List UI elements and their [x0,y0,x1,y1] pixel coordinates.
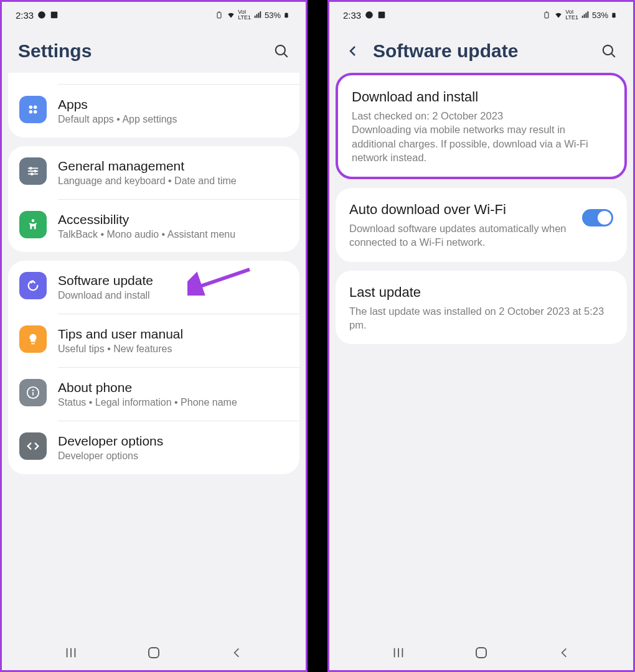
battery-icon [283,11,292,19]
download-sub: Last checked on: 2 October 2023 Download… [352,109,611,164]
search-button[interactable] [601,43,617,59]
status-time: 2:33 [16,10,34,21]
card-download-install: Download and install Last checked on: 2 … [336,73,627,179]
about-sub: Status • Legal information • Phone name [58,396,288,409]
svg-rect-38 [476,648,486,658]
svg-line-34 [611,54,614,57]
tips-sub: Useful tips • New features [58,343,288,356]
wifi-icon [227,11,235,19]
svg-point-27 [365,11,373,19]
svg-rect-26 [149,648,159,658]
software-update-header: Software update [329,27,633,73]
back-button[interactable] [227,643,246,662]
accessibility-sub: TalkBack • Mono audio • Assistant menu [58,228,288,241]
svg-point-21 [32,390,34,391]
status-bar: 2:33 VoILTE1 53% [2,2,306,27]
battery-percent: 53% [592,11,608,20]
wifi-icon [554,11,563,19]
apps-sub: Default apps • App settings [58,113,288,126]
software-update-icon [19,272,47,299]
svg-point-16 [34,170,37,173]
back-button[interactable] [346,44,360,58]
svg-rect-32 [613,15,616,17]
auto-sub: Download software updates automatically … [349,222,575,250]
back-button[interactable] [555,643,573,662]
svg-rect-5 [285,15,288,17]
accessibility-icon [19,211,47,238]
svg-point-6 [276,45,285,55]
row-general[interactable]: General management Language and keyboard… [8,146,299,199]
info-icon [19,379,47,406]
row-download-install[interactable]: Download and install Last checked on: 2 … [338,75,624,177]
svg-point-17 [31,172,34,175]
dev-sub: Developer options [58,450,288,463]
svg-rect-29 [545,12,548,18]
auto-download-toggle[interactable] [582,209,613,226]
card-auto-download: Auto download over Wi-Fi Download softwa… [336,188,627,262]
status-bar: 2:33 VoILTE1 53% [329,2,633,27]
nav-bar [329,635,633,670]
row-about[interactable]: About phone Status • Legal information •… [8,368,299,421]
svg-point-8 [29,106,33,110]
phone-software-update: 2:33 VoILTE1 53% Software update Downloa… [327,0,635,672]
settings-sliders-icon [19,157,47,185]
home-button[interactable] [472,643,491,662]
card-partial: Apps Default apps • App settings [8,73,299,138]
chat-icon [37,11,46,19]
general-sub: Language and keyboard • Date and time [58,175,288,188]
tips-title: Tips and user manual [58,327,288,342]
chat-icon [365,11,374,19]
settings-header: Settings [2,27,306,73]
apps-title: Apps [58,97,288,112]
svg-point-18 [32,219,35,222]
row-last-update[interactable]: Last update The last update was installe… [336,271,627,345]
accessibility-title: Accessibility [58,212,288,227]
svg-point-0 [38,11,45,19]
page-title: Software update [373,40,601,62]
signal-icon [253,11,262,19]
auto-title: Auto download over Wi-Fi [349,202,575,218]
page-title: Settings [18,40,273,62]
last-sub: The last update was installed on 2 Octob… [349,304,613,332]
image-icon [50,11,59,19]
card-general: General management Language and keyboard… [8,146,299,253]
lightbulb-icon [19,325,47,353]
svg-line-19 [195,269,250,288]
row-accessibility[interactable]: Accessibility TalkBack • Mono audio • As… [8,200,299,253]
lte-label: VoILTE1 [238,9,251,21]
home-button[interactable] [144,643,163,662]
svg-rect-2 [217,12,221,18]
svg-line-7 [284,54,287,57]
svg-point-33 [603,45,613,55]
row-auto-download[interactable]: Auto download over Wi-Fi Download softwa… [336,188,627,262]
last-title: Last update [349,284,613,301]
lte-label: VoILTE1 [565,9,578,21]
svg-point-10 [29,110,33,114]
apps-icon [19,96,47,123]
svg-rect-22 [32,392,34,396]
row-tips[interactable]: Tips and user manual Useful tips • New f… [8,314,299,367]
code-icon [19,432,47,460]
download-title: Download and install [352,89,611,105]
recents-button[interactable] [62,643,80,662]
svg-point-15 [29,167,32,170]
svg-point-11 [34,110,37,114]
arrow-annotation [187,264,256,296]
status-time: 2:33 [343,10,361,21]
battery-icon [611,11,619,19]
card-last-update: Last update The last update was installe… [336,271,627,345]
phone-settings: 2:33 VoILTE1 53% Settings Apps D [0,0,308,672]
signal-icon [581,11,590,19]
recents-button[interactable] [389,643,408,662]
row-developer[interactable]: Developer options Developer options [8,421,299,474]
card-software: Software update Download and install Tip… [8,261,299,474]
row-apps[interactable]: Apps Default apps • App settings [8,85,299,138]
battery-saver-icon [215,11,224,19]
svg-rect-28 [379,12,385,19]
svg-rect-1 [51,12,58,19]
about-title: About phone [58,380,288,395]
general-title: General management [58,159,288,174]
search-button[interactable] [273,43,289,59]
battery-percent: 53% [265,11,281,20]
dev-title: Developer options [58,434,288,449]
